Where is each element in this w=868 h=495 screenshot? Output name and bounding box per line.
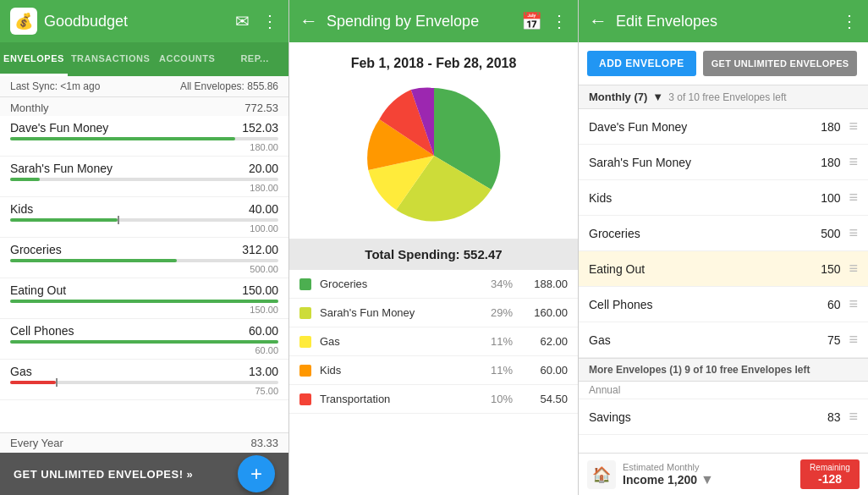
fab-button[interactable]: +: [238, 455, 275, 492]
envelope-budget: 60.00: [10, 345, 278, 355]
right-envelope-list: Dave's Fun Money 180 ≡ Sarah's Fun Money…: [579, 109, 868, 453]
left-panel: 💰 Goodbudget ✉ ⋮ ENVELOPES TRANSACTIONS …: [0, 0, 289, 495]
remaining-label: Remaining: [809, 463, 851, 472]
reorder-icon[interactable]: ≡: [849, 189, 858, 206]
progress-bar: [10, 381, 56, 384]
color-dot: [299, 278, 311, 290]
spending-list: Groceries 34% 188.00 Sarah's Fun Money 2…: [289, 270, 578, 495]
tab-accounts[interactable]: ACCOUNTS: [153, 42, 221, 76]
reorder-icon[interactable]: ≡: [849, 153, 858, 171]
reorder-icon[interactable]: ≡: [849, 224, 858, 242]
right-header: ← Edit Envelopes ⋮: [579, 0, 868, 42]
list-item[interactable]: Kids 100 ≡: [579, 180, 868, 216]
middle-header: ← Spending by Envelope 📅 ⋮: [289, 0, 578, 42]
list-item[interactable]: Groceries 312.00 500.00: [0, 238, 288, 278]
envelope-amount: 60: [806, 298, 840, 311]
reorder-icon[interactable]: ≡: [849, 260, 858, 278]
annual-label: Annual: [579, 382, 868, 399]
more-envelopes-bar: More Envelopes (1) 9 of 10 free Envelope…: [579, 358, 868, 382]
spending-amt: 54.50: [521, 393, 568, 405]
more-vert-icon-right[interactable]: ⋮: [841, 11, 858, 31]
color-dot: [299, 307, 311, 319]
envelope-icon[interactable]: ✉: [235, 11, 250, 31]
envelope-budget: 75.00: [10, 386, 278, 396]
envelope-name: Groceries: [589, 227, 806, 240]
list-item[interactable]: Eating Out 150 ≡: [579, 251, 868, 287]
every-year-row: Every Year 83.33: [0, 432, 288, 453]
back-arrow-icon[interactable]: ←: [299, 10, 318, 32]
envelope-name: Dave's Fun Money: [10, 121, 108, 135]
back-arrow-icon-right[interactable]: ←: [589, 10, 607, 32]
envelope-name: Kids: [10, 202, 33, 216]
calendar-icon[interactable]: 📅: [521, 11, 542, 31]
envelope-budget: 150.00: [10, 305, 278, 315]
envelope-name: Dave's Fun Money: [589, 120, 806, 134]
list-item[interactable]: Transportation 10% 54.50: [289, 385, 578, 414]
spending-name: Groceries: [320, 278, 470, 290]
list-item[interactable]: Kids 40.00 100.00: [0, 197, 288, 238]
spending-pct: 10%: [479, 393, 513, 405]
more-vert-icon-middle[interactable]: ⋮: [551, 11, 568, 31]
envelope-name: Gas: [10, 365, 32, 378]
progress-bar: [10, 178, 40, 181]
logo-icon: 💰: [14, 12, 33, 30]
tab-envelopes[interactable]: ENVELOPES: [0, 42, 68, 76]
tab-transactions[interactable]: TRANSACTIONS: [68, 42, 153, 76]
envelope-name: Eating Out: [589, 262, 806, 276]
list-item[interactable]: Groceries 34% 188.00: [289, 270, 578, 299]
more-vert-icon[interactable]: ⋮: [261, 11, 278, 31]
chart-area: Feb 1, 2018 - Feb 28, 2018: [289, 42, 578, 239]
envelope-name: Sarah's Fun Money: [589, 156, 806, 169]
envelope-amount: 180: [806, 120, 840, 134]
dropdown-arrow-icon[interactable]: ▼: [700, 472, 714, 487]
remaining-badge: Remaining -128: [800, 459, 860, 489]
spending-name: Gas: [320, 335, 470, 348]
spending-amt: 160.00: [521, 306, 568, 319]
list-item[interactable]: Gas 75 ≡: [579, 322, 868, 358]
envelope-budget: 100.00: [10, 223, 278, 234]
right-panel-title: Edit Envelopes: [616, 13, 832, 30]
reorder-icon[interactable]: ≡: [849, 118, 858, 135]
add-envelope-button[interactable]: ADD ENVELOPE: [587, 51, 696, 76]
spending-pct: 34%: [479, 278, 513, 290]
list-item[interactable]: Gas 13.00 75.00: [0, 360, 288, 400]
envelope-budget: 180.00: [10, 183, 278, 193]
list-item[interactable]: Eating Out 150.00 150.00: [0, 278, 288, 319]
list-item[interactable]: Gas 11% 62.00: [289, 327, 578, 356]
list-item[interactable]: Kids 11% 60.00: [289, 356, 578, 385]
every-year-label: Every Year: [10, 437, 63, 449]
envelope-amount: 83: [806, 410, 840, 424]
last-sync: Last Sync: <1m ago: [10, 80, 100, 92]
color-dot: [299, 336, 311, 348]
tab-reports[interactable]: REP...: [221, 42, 288, 76]
list-item[interactable]: Sarah's Fun Money 20.00 180.00: [0, 157, 288, 197]
envelope-amount: 152.03: [242, 121, 278, 135]
list-item[interactable]: Cell Phones 60.00 60.00: [0, 319, 288, 360]
color-dot: [299, 393, 311, 405]
remaining-value: -128: [809, 472, 851, 486]
reorder-icon[interactable]: ≡: [849, 331, 858, 349]
list-item[interactable]: Sarah's Fun Money 180 ≡: [579, 145, 868, 180]
list-item[interactable]: Dave's Fun Money 152.03 180.00: [0, 116, 288, 157]
list-item[interactable]: Dave's Fun Money 180 ≡: [579, 109, 868, 145]
envelope-amount: 180: [806, 156, 840, 169]
income-label: Estimated Monthly: [623, 462, 794, 472]
get-unlimited-button[interactable]: GET UNLIMITED ENVELOPES: [703, 51, 858, 76]
spending-name: Kids: [320, 364, 470, 377]
list-item[interactable]: Groceries 500 ≡: [579, 216, 868, 251]
monthly-label: Monthly: [10, 102, 49, 114]
unlimited-envelopes-text[interactable]: GET UNLIMITED ENVELOPES! »: [14, 468, 193, 481]
reorder-icon[interactable]: ≡: [849, 408, 858, 426]
total-spending: Total Spending: 552.47: [289, 239, 578, 270]
list-item[interactable]: Savings 83 ≡: [579, 399, 868, 435]
envelope-amount: 20.00: [249, 162, 278, 175]
list-item[interactable]: Sarah's Fun Money 29% 160.00: [289, 299, 578, 327]
spending-pct: 29%: [479, 306, 513, 319]
envelope-amount: 60.00: [249, 324, 278, 338]
spending-name: Transportation: [320, 393, 470, 405]
action-bar: ADD ENVELOPE GET UNLIMITED ENVELOPES: [579, 42, 868, 85]
envelope-amount: 150: [806, 262, 840, 276]
bottom-bar: GET UNLIMITED ENVELOPES! » +: [0, 453, 288, 495]
list-item[interactable]: Cell Phones 60 ≡: [579, 287, 868, 322]
reorder-icon[interactable]: ≡: [849, 295, 858, 313]
